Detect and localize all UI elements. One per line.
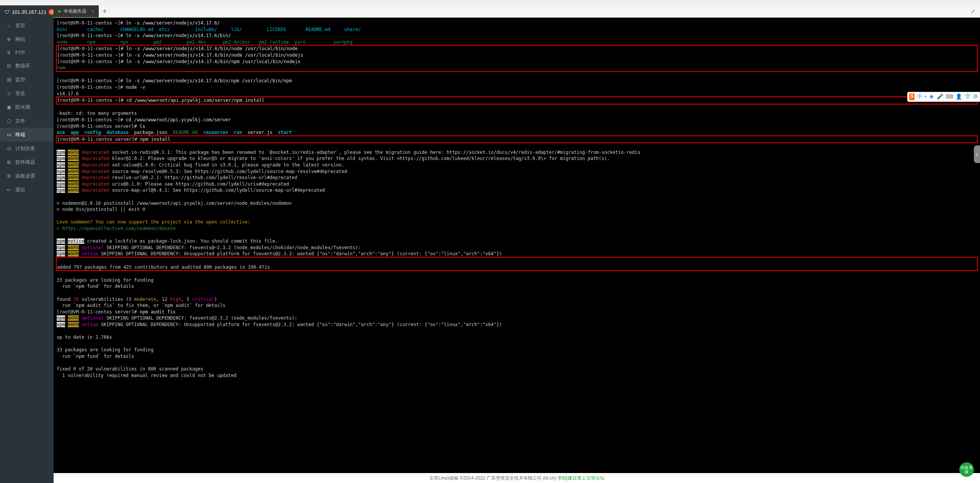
- sidebar-item-label: 计划任务: [15, 145, 35, 152]
- ime-toolbox-icon[interactable]: ⚙: [973, 93, 978, 100]
- globe-icon: ⊕: [6, 37, 11, 42]
- sidebar: 🛡 101.35.167.121 0 ⌂首页 ⊕网站 ⇅FTP ⊟数据库 ▤监控…: [0, 5, 54, 483]
- sidebar-item-appstore[interactable]: ⊞软件商店: [0, 155, 54, 169]
- highlight-box-4: added 797 packages from 425 contributors…: [56, 257, 978, 271]
- sidebar-item-files[interactable]: ▢文件: [0, 114, 54, 128]
- sidebar-item-cron[interactable]: ◷计划任务: [0, 142, 54, 155]
- server-ip: 101.35.167.121: [12, 9, 46, 15]
- sidebar-item-label: 安全: [15, 90, 25, 97]
- sidebar-item-ftp[interactable]: ⇅FTP: [0, 46, 54, 59]
- grid-icon: ⊞: [6, 160, 11, 165]
- ime-emoji-icon[interactable]: ☻: [929, 93, 934, 100]
- ime-user-icon[interactable]: 👤: [956, 93, 962, 100]
- monitor-icon: ▤: [6, 77, 11, 82]
- sidebar-item-label: 面板设置: [15, 173, 35, 179]
- tab-local-server[interactable]: 本地服务器 ×: [54, 5, 99, 17]
- sidebar-item-database[interactable]: ⊟数据库: [0, 59, 54, 73]
- ftp-icon: ⇅: [6, 50, 11, 55]
- ime-keyboard-icon[interactable]: ⌨: [946, 93, 953, 100]
- sidebar-item-settings[interactable]: ⚙面板设置: [0, 169, 54, 183]
- shield-icon: ◇: [6, 91, 11, 96]
- clock-icon: ◷: [6, 146, 11, 151]
- footer-link[interactable]: 求助|建议请上宝塔论坛: [557, 475, 604, 481]
- sidebar-item-terminal[interactable]: ▭终端: [0, 128, 54, 142]
- home-icon: ⌂: [6, 23, 11, 28]
- firewall-icon: ▣: [6, 104, 11, 110]
- sidebar-item-label: 数据库: [15, 62, 30, 69]
- ime-toolbar[interactable]: S 中 • ☻ 🎤 ⌨ 👤 👕 ⚙: [907, 92, 980, 102]
- sidebar-item-website[interactable]: ⊕网站: [0, 33, 54, 46]
- sidebar-item-logout[interactable]: ↩退出: [0, 183, 54, 197]
- database-icon: ⊟: [6, 63, 11, 69]
- gear-icon: ⚙: [6, 173, 11, 179]
- sidebar-item-label: FTP: [15, 50, 25, 55]
- terminal-icon: ▭: [6, 132, 11, 137]
- terminal-output[interactable]: [root@VM-0-11-centos ~]# ln -s /www/serv…: [54, 18, 980, 473]
- ime-skin-icon[interactable]: 👕: [964, 93, 971, 100]
- ime-lang[interactable]: 中: [917, 93, 922, 100]
- tab-add-button[interactable]: +: [99, 7, 111, 15]
- main: 本地服务器 × + ⤢ [root@VM-0-11-centos ~]# ln …: [54, 5, 980, 483]
- shield-icon: 🛡: [5, 9, 10, 15]
- sidebar-item-label: 网站: [15, 36, 25, 43]
- highlight-box-1: [root@VM-0-11-centos ~]# ln -s /www/serv…: [56, 45, 978, 72]
- sidebar-item-label: 退出: [15, 186, 25, 193]
- ime-logo-icon[interactable]: S: [909, 93, 915, 100]
- status-dot-icon: [58, 10, 60, 13]
- side-drawer-handle[interactable]: ‹: [974, 145, 980, 163]
- sidebar-item-security[interactable]: ◇安全: [0, 86, 54, 100]
- folder-icon: ▢: [6, 118, 11, 124]
- logout-icon: ↩: [6, 187, 11, 193]
- terminal-tabs: 本地服务器 × + ⤢: [54, 5, 980, 18]
- sidebar-item-label: 监控: [15, 76, 25, 83]
- highlight-box-2: [root@VM-0-11-centos ~]# cd /www/wwwroot…: [56, 96, 978, 104]
- footer-text: 宝塔Linux面板 ©2014-2022 广东堡塔安全技术有限公司 (bt.cn…: [429, 475, 557, 481]
- close-icon[interactable]: ×: [91, 8, 94, 15]
- highlight-box-3: [root@VM-0-11-centos server]# npm instal…: [56, 135, 978, 144]
- online-support-button[interactable]: 在线 客服: [959, 462, 974, 477]
- sidebar-item-home[interactable]: ⌂首页: [0, 19, 54, 33]
- tab-label: 本地服务器: [64, 8, 87, 15]
- sidebar-header: 🛡 101.35.167.121 0: [0, 5, 54, 19]
- sidebar-item-label: 文件: [15, 117, 25, 124]
- sidebar-item-monitor[interactable]: ▤监控: [0, 73, 54, 86]
- sidebar-item-firewall[interactable]: ▣防火墙: [0, 100, 54, 114]
- expand-icon[interactable]: ⤢: [970, 8, 975, 15]
- sidebar-item-label: 软件商店: [15, 159, 35, 166]
- footer: 宝塔Linux面板 ©2014-2022 广东堡塔安全技术有限公司 (bt.cn…: [54, 473, 980, 483]
- sidebar-item-label: 防火墙: [15, 104, 30, 111]
- sidebar-item-label: 首页: [15, 22, 25, 29]
- sidebar-item-label: 终端: [15, 131, 25, 138]
- ime-mic-icon[interactable]: 🎤: [937, 93, 943, 100]
- ime-punct-icon[interactable]: •: [924, 93, 926, 100]
